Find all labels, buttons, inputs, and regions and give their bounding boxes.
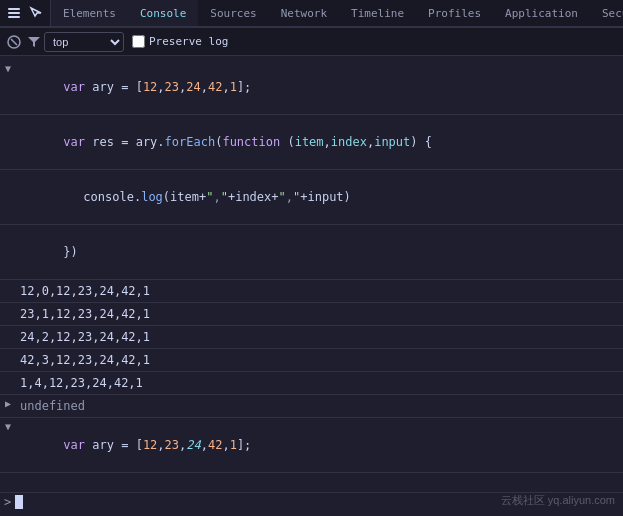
tab-network[interactable]: Network bbox=[269, 0, 339, 28]
console-entry: var ary = [12,23,24,42,1]; bbox=[0, 418, 623, 473]
expand-arrow[interactable] bbox=[0, 419, 16, 432]
console-line: 1,4,12,23,24,42,1 bbox=[16, 373, 619, 393]
tab-timeline[interactable]: Timeline bbox=[339, 0, 416, 28]
svg-rect-2 bbox=[8, 16, 20, 18]
watermark: 云栈社区 yq.aliyun.com bbox=[501, 493, 615, 508]
console-entry: 42,3,12,23,24,42,1 bbox=[0, 349, 623, 372]
console-line: 12,0,12,23,24,42,1 bbox=[16, 281, 619, 301]
console-line: var ary = [12,23,24,42,1]; bbox=[16, 419, 619, 471]
inspect-icon[interactable] bbox=[26, 3, 46, 23]
expand-arrow[interactable] bbox=[0, 226, 16, 228]
console-line: var res = ary.map(function (item,index,i… bbox=[16, 474, 619, 492]
expand-arrow bbox=[0, 327, 16, 329]
console-entry: var res = ary.forEach(function (item,ind… bbox=[0, 115, 623, 170]
console-output[interactable]: var ary = [12,23,24,42,1]; var res = ary… bbox=[0, 56, 623, 492]
expand-arrow[interactable] bbox=[0, 116, 16, 118]
console-line: undefined bbox=[16, 396, 619, 416]
tab-application[interactable]: Application bbox=[493, 0, 590, 28]
expand-arrow bbox=[0, 474, 16, 476]
svg-line-4 bbox=[11, 39, 17, 45]
input-cursor bbox=[15, 495, 23, 509]
console-entry: undefined bbox=[0, 395, 623, 418]
devtools-left-icons bbox=[0, 0, 51, 26]
console-line: 42,3,12,23,24,42,1 bbox=[16, 350, 619, 370]
console-entry: 1,4,12,23,24,42,1 bbox=[0, 372, 623, 395]
tab-elements[interactable]: Elements bbox=[51, 0, 128, 28]
clear-console-icon[interactable] bbox=[4, 32, 24, 52]
expand-arrow bbox=[0, 373, 16, 375]
console-entry: }) bbox=[0, 225, 623, 280]
console-line: var ary = [12,23,24,42,1]; bbox=[16, 61, 619, 113]
expand-arrow[interactable] bbox=[0, 396, 16, 409]
console-line: 24,2,12,23,24,42,1 bbox=[16, 327, 619, 347]
tab-profiles[interactable]: Profiles bbox=[416, 0, 493, 28]
console-line: console.log(item+","+index+","+input) bbox=[16, 171, 619, 223]
context-select[interactable]: top bbox=[44, 32, 124, 52]
svg-rect-1 bbox=[8, 12, 20, 14]
expand-arrow[interactable] bbox=[0, 61, 16, 74]
console-entry: var res = ary.map(function (item,index,i… bbox=[0, 473, 623, 492]
tab-bar: Elements Console Sources Network Timelin… bbox=[0, 0, 623, 28]
console-entry: 23,1,12,23,24,42,1 bbox=[0, 303, 623, 326]
console-line: 23,1,12,23,24,42,1 bbox=[16, 304, 619, 324]
tab-security[interactable]: Security bbox=[590, 0, 623, 28]
preserve-log-label[interactable]: Preserve log bbox=[132, 35, 228, 48]
tab-sources[interactable]: Sources bbox=[198, 0, 268, 28]
expand-arrow[interactable] bbox=[0, 171, 16, 173]
console-entry: 24,2,12,23,24,42,1 bbox=[0, 326, 623, 349]
expand-arrow bbox=[0, 304, 16, 306]
console-line: }) bbox=[16, 226, 619, 278]
devtools-menu-icon[interactable] bbox=[4, 3, 24, 23]
preserve-log-checkbox[interactable] bbox=[132, 35, 145, 48]
tab-console[interactable]: Console bbox=[128, 0, 198, 28]
console-entry: console.log(item+","+index+","+input) bbox=[0, 170, 623, 225]
filter-icon[interactable] bbox=[24, 32, 44, 52]
expand-arrow bbox=[0, 281, 16, 283]
console-line: var res = ary.forEach(function (item,ind… bbox=[16, 116, 619, 168]
console-toolbar: top Preserve log bbox=[0, 28, 623, 56]
expand-arrow bbox=[0, 350, 16, 352]
console-entry: var ary = [12,23,24,42,1]; bbox=[0, 60, 623, 115]
svg-rect-0 bbox=[8, 8, 20, 10]
input-prompt: > bbox=[4, 495, 11, 509]
console-entry: 12,0,12,23,24,42,1 bbox=[0, 280, 623, 303]
